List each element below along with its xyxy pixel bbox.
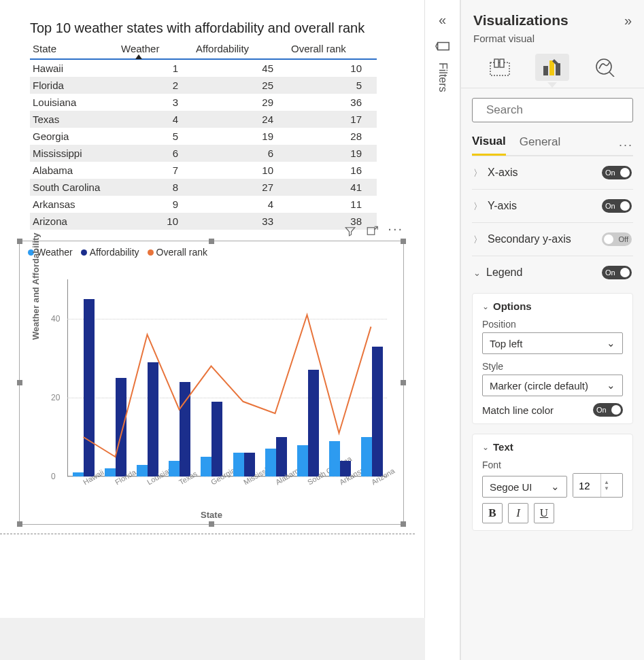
cell-weather: 10 bbox=[118, 213, 193, 230]
chevron-down-icon: ⌄ bbox=[482, 442, 489, 452]
legend-marker-icon bbox=[148, 249, 154, 256]
svg-point-7 bbox=[596, 59, 611, 74]
chart-legend: WeatherAffordabilityOverall rank bbox=[20, 241, 403, 260]
tab-general[interactable]: General bbox=[520, 135, 560, 154]
style-dropdown[interactable]: Marker (circle default) ⌄ bbox=[482, 375, 623, 396]
col-weather[interactable]: Weather bbox=[118, 39, 193, 59]
y-tick: 20 bbox=[51, 393, 60, 402]
filter-icon[interactable] bbox=[344, 225, 356, 239]
table-row[interactable]: Florida2255 bbox=[30, 77, 377, 94]
table-row[interactable]: Mississippi6619 bbox=[30, 145, 377, 162]
chevron-down-icon: ⌄ bbox=[607, 337, 615, 349]
legend-marker-icon bbox=[81, 249, 87, 256]
toggle-legend[interactable]: On bbox=[602, 266, 632, 279]
more-icon[interactable]: ··· bbox=[388, 225, 403, 239]
svg-rect-3 bbox=[500, 59, 504, 67]
resize-handle[interactable] bbox=[401, 380, 406, 385]
build-visual-icon[interactable] bbox=[483, 54, 517, 81]
font-size-input[interactable] bbox=[573, 474, 600, 497]
svg-rect-2 bbox=[494, 59, 498, 67]
legend-options: ⌄Options Position Top left ⌄ Style Marke… bbox=[472, 293, 633, 424]
cell-overall: 19 bbox=[288, 145, 377, 162]
panel-subtitle: Format visual bbox=[461, 33, 644, 44]
toggle-secondary-y-axis[interactable]: Off bbox=[602, 232, 632, 246]
tabs-more-icon[interactable]: ··· bbox=[619, 138, 633, 152]
cell-weather: 1 bbox=[118, 59, 193, 77]
card-legend[interactable]: ⌄Legend On bbox=[472, 256, 633, 289]
col-affordability[interactable]: Affordability bbox=[193, 39, 288, 59]
col-state[interactable]: State bbox=[30, 39, 118, 59]
cell-overall: 17 bbox=[288, 111, 377, 128]
position-dropdown[interactable]: Top left ⌄ bbox=[482, 332, 623, 354]
y-tick: 40 bbox=[51, 314, 60, 324]
font-dropdown[interactable]: Segoe UI ⌄ bbox=[482, 476, 567, 498]
cell-weather: 4 bbox=[118, 111, 193, 128]
legend-item[interactable]: Overall rank bbox=[148, 247, 207, 258]
table-row[interactable]: Arkansas9411 bbox=[30, 196, 377, 213]
spinner-up-icon[interactable]: ▲ bbox=[604, 479, 609, 485]
visual-action-bar: ··· bbox=[344, 225, 403, 239]
canvas-boundary bbox=[0, 534, 415, 534]
table-row[interactable]: Louisiana32936 bbox=[30, 94, 377, 111]
resize-handle[interactable] bbox=[209, 239, 214, 244]
table-row[interactable]: Alabama71016 bbox=[30, 162, 377, 179]
expand-icon[interactable]: » bbox=[624, 13, 632, 29]
resize-handle[interactable] bbox=[209, 521, 214, 527]
x-axis-title: State bbox=[20, 510, 403, 520]
table-row[interactable]: Texas42417 bbox=[30, 111, 377, 128]
cell-overall: 16 bbox=[288, 162, 377, 179]
chevron-right-icon: 〉 bbox=[473, 201, 482, 211]
card-x-axis[interactable]: 〉X-axis On bbox=[472, 156, 633, 189]
analytics-icon[interactable] bbox=[588, 54, 622, 81]
cell-affordability: 27 bbox=[193, 179, 288, 196]
chevron-down-icon: ⌄ bbox=[551, 481, 560, 493]
format-visual-icon[interactable] bbox=[535, 54, 569, 81]
table-row[interactable]: Arizona103338 bbox=[30, 213, 377, 230]
table-row[interactable]: Georgia51928 bbox=[30, 128, 377, 145]
cell-affordability: 10 bbox=[193, 162, 288, 179]
legend-label: Weather bbox=[37, 247, 73, 258]
cell-state: Alabama bbox=[30, 162, 118, 179]
cell-affordability: 24 bbox=[193, 111, 288, 128]
chevron-right-icon: 〉 bbox=[473, 235, 482, 245]
focus-icon[interactable] bbox=[366, 225, 378, 239]
cell-overall: 36 bbox=[288, 94, 377, 111]
resize-handle[interactable] bbox=[17, 521, 22, 527]
resize-handle[interactable] bbox=[17, 239, 22, 244]
toggle-match-line-color[interactable]: On bbox=[593, 403, 623, 417]
cell-overall: 10 bbox=[288, 59, 377, 77]
toggle-y-axis[interactable]: On bbox=[602, 199, 632, 213]
cell-affordability: 4 bbox=[193, 196, 288, 213]
resize-handle[interactable] bbox=[401, 521, 406, 527]
legend-item[interactable]: Affordability bbox=[81, 247, 139, 258]
toggle-x-axis[interactable]: On bbox=[602, 166, 632, 179]
filters-label[interactable]: Filters bbox=[437, 63, 449, 92]
bold-button[interactable]: B bbox=[482, 503, 503, 523]
cell-overall: 11 bbox=[288, 196, 377, 213]
cell-weather: 5 bbox=[118, 128, 193, 145]
cell-overall: 41 bbox=[288, 179, 377, 196]
table-row[interactable]: South Carolina82741 bbox=[30, 179, 377, 196]
chart-visual[interactable]: ··· WeatherAffordabilityOverall rank Wea… bbox=[19, 241, 404, 525]
cell-state: Arkansas bbox=[30, 196, 118, 213]
card-y-axis[interactable]: 〉Y-axis On bbox=[472, 189, 633, 222]
cell-affordability: 25 bbox=[193, 77, 288, 94]
font-size-spinner[interactable]: ▲▼ bbox=[573, 473, 623, 498]
tab-visual[interactable]: Visual bbox=[472, 135, 506, 156]
collapse-icon[interactable]: « bbox=[425, 12, 460, 28]
underline-button[interactable]: U bbox=[534, 503, 554, 523]
resize-handle[interactable] bbox=[17, 380, 22, 385]
col-overall[interactable]: Overall rank bbox=[288, 39, 377, 59]
chevron-down-icon: ⌄ bbox=[473, 268, 481, 278]
cell-weather: 9 bbox=[118, 196, 193, 213]
filter-pane-icon[interactable] bbox=[425, 39, 460, 56]
line-overall-rank[interactable] bbox=[67, 279, 387, 476]
search-input[interactable] bbox=[485, 103, 632, 118]
italic-button[interactable]: I bbox=[508, 503, 528, 523]
cell-affordability: 6 bbox=[193, 145, 288, 162]
card-secondary-y-axis[interactable]: 〉Secondary y-axis Off bbox=[472, 222, 633, 256]
table-row[interactable]: Hawaii14510 bbox=[30, 59, 377, 77]
spinner-down-icon[interactable]: ▼ bbox=[604, 485, 609, 491]
search-box[interactable] bbox=[472, 98, 633, 122]
resize-handle[interactable] bbox=[401, 239, 406, 244]
